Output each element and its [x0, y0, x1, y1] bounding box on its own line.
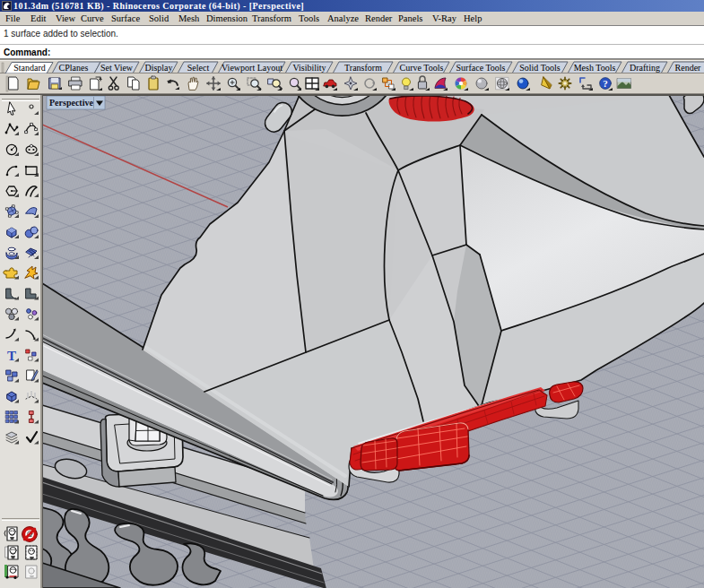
- svg-text:Standard: Standard: [13, 63, 46, 73]
- svg-text:Surface Tools: Surface Tools: [456, 63, 506, 73]
- svg-text:Viewport Layout: Viewport Layout: [222, 63, 282, 73]
- svg-text:Visibility: Visibility: [292, 63, 326, 73]
- svg-text:T: T: [7, 349, 16, 363]
- svg-text:Drafting: Drafting: [630, 63, 660, 73]
- svg-text:Mesh Tools: Mesh Tools: [574, 63, 616, 73]
- svg-text:Set View: Set View: [100, 63, 134, 73]
- svg-text:CPlanes: CPlanes: [59, 63, 89, 73]
- svg-text:Render: Render: [675, 63, 702, 73]
- svg-text:Solid Tools: Solid Tools: [519, 63, 561, 73]
- svg-text:?: ?: [603, 78, 608, 89]
- svg-text:Curve Tools: Curve Tools: [400, 63, 444, 73]
- svg-text:Select: Select: [187, 63, 210, 73]
- svg-text:Transform: Transform: [344, 63, 382, 73]
- svg-text:Display: Display: [144, 63, 172, 73]
- svg-text:Perspective: Perspective: [49, 98, 93, 108]
